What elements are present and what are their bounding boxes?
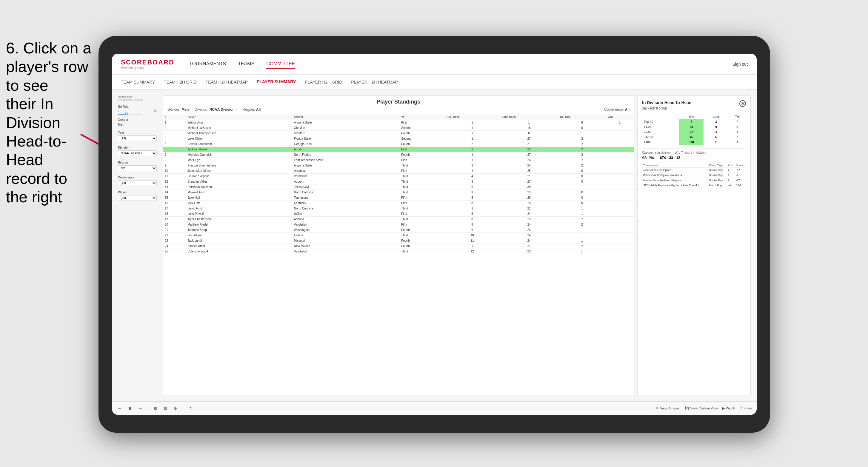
right-panel-player: Jackson Koivun [642,106,691,111]
watch-icon: ▶ [722,406,725,410]
table-header: Player Standings Gender: Men Division: N… [163,96,634,114]
nav-teams[interactable]: TEAMS [238,60,254,69]
tournament-table: TournamentEvent TypePosScore Amer Ari In… [642,163,746,188]
region-section: Region N/a [118,161,157,171]
logo-powered: Powered by clippi [121,66,174,69]
nav-committee[interactable]: COMMITTEE [266,60,295,69]
add-btn[interactable]: ⊕ [172,405,179,411]
view-icon: 👁 [655,406,659,410]
nav-items: TOURNAMENTS TEAMS COMMITTEE [189,60,733,69]
wl-record: 674 - 33 - 12 [660,156,680,160]
table-row[interactable]: 6 Jackson Koivun Auburn First 3 22 2 [163,147,634,152]
h2h-row: 11-25 20 9 5 [642,124,746,129]
region-select[interactable]: N/a [118,165,157,171]
opponents-section: Opponents in division: W-L-T record in-d… [642,148,746,160]
table-row[interactable]: 7 Nicholas Gabrelcik North Florida Fourt… [163,152,634,158]
table-row[interactable]: 11 Gordon Sargent Vanderbilt Third 4 21 … [163,174,634,179]
table-row[interactable]: 10 Jacob Max Olesen Arkansas Fifth 4 25 … [163,168,634,174]
save-icon: 💾 [685,406,689,410]
table-row[interactable]: 15 Jake Hall Tennessee Fifth 5 28 0 [163,195,634,200]
paste-btn[interactable]: ⊟ [162,405,169,411]
redo-btn[interactable]: ↪ [137,405,144,411]
player-select[interactable]: (All) [118,195,157,201]
h2h-loss-header: Loss [704,114,728,119]
table-title: Player Standings [167,99,629,105]
update-time: Update time: 27/03/2024 16:56:26 [118,95,157,101]
no-rds-slider[interactable] [118,114,157,115]
table-row[interactable]: 18 Luke Powell UCLA First 6 24 1 [163,211,634,217]
table-row[interactable]: 21 Taehoon Song Washington Fourth 6 23 1 [163,227,634,233]
view-original-btn[interactable]: 👁 View: Original [655,406,680,410]
table-row[interactable]: 14 Maxwell Ford North Carolina Third 3 2… [163,190,634,195]
tab-player-h2h-grid[interactable]: PLAYER H2H GRID [305,78,342,86]
col-win: Win [606,114,634,120]
division-section: Division NCAA Division I [118,146,157,156]
watch-btn[interactable]: ▶ Watch [722,406,735,410]
tournament-row: Amer Ari Intercollegiate Stroke Play 4 -… [642,168,746,173]
close-button[interactable]: ✕ [739,100,746,107]
conference-section: Conference (All) [118,176,157,186]
table-row[interactable]: 12 Brendan Valles Auburn Third 3 27 0 [163,179,634,184]
right-panel-title: In Division Head-to-Head [642,100,691,105]
table-row[interactable]: 4 Luke Claton Florida State Second 1 27 … [163,136,634,142]
undo-btn[interactable]: ↩ [116,405,123,411]
table-row[interactable]: 25 Cole Sherwood Vanderbilt Third 12 23 … [163,249,634,254]
table-row[interactable]: 8 Mats Ege East Tennessee State Fifth 1 … [163,158,634,163]
table-row[interactable]: 13 Phichakn Maichon Texas A&M Third 6 30… [163,184,634,190]
h2h-row: 51-100 46 6 3 [642,134,746,139]
player-section: Player (All) [118,191,157,201]
table-row[interactable]: 1 Wenyi Ding Arizona State First 1 1 8 1 [163,120,634,125]
table-row[interactable]: 24 Bastien Amat New Mexico Fourth 1 27 2 [163,244,634,249]
no-rds-section: No Rds. 6 12 [118,105,157,115]
tab-team-summary[interactable]: TEAM SUMMARY [121,78,155,86]
col-rank: # [163,114,186,120]
tab-player-summary[interactable]: PLAYER SUMMARY [257,78,296,86]
left-sidebar: Update time: 27/03/2024 16:56:26 No Rds.… [118,95,160,395]
col-no-rds: No. Rds. [558,114,606,120]
nav-right: Sign out [733,62,748,66]
year-select[interactable]: (All) [118,135,157,141]
col-yr: Yr [399,114,444,120]
sign-out-link[interactable]: Sign out [733,62,748,66]
h2h-row: >100 578 11 1 [642,139,746,145]
conference-select[interactable]: (All) [118,180,157,186]
save-custom-btn[interactable]: 💾 Save Custom View [685,406,718,410]
tab-team-h2h-heatmap[interactable]: TEAM H2H HEATMAP [206,78,248,86]
tournament-row: Mirabel Maui Jim Intercollegiate Stroke … [642,178,746,183]
refresh-btn[interactable]: ↻ [187,405,194,411]
top-nav: SCOREBOARD Powered by clippi TOURNAMENTS… [112,54,757,74]
h2h-row: Top 10 8 3 2 [642,119,746,125]
tournament-row: Fallon Oak Collegiate Invitational Strok… [642,173,746,178]
pause-btn[interactable]: ⏸ [126,405,134,411]
table-row[interactable]: 5 Christo Lamprecht Georgia Tech Fourth … [163,142,634,147]
table-row[interactable]: 3 Michael Thorbjornsen Stanford Fourth 1… [163,131,634,136]
table-row[interactable]: 19 Tiger Christensen Arizona Third 8 23 … [163,217,634,222]
table-row[interactable]: 23 Jack Lundin Missouri Fourth 11 24 1 [163,238,634,244]
division-select[interactable]: NCAA Division I [118,150,157,156]
gender-section: Gender Men [118,118,157,126]
tournament-row: SEC Match Play hosted by Jerry Pate Roun… [642,183,746,188]
table-row[interactable]: 20 Matthew Riedel Vanderbilt Fifth 8 24 … [163,222,634,227]
player-standings-table: # Player School Yr Reg. Rank Conf. Rank … [163,114,634,254]
nav-tournaments[interactable]: TOURNAMENTS [189,60,226,69]
percentage-value: 98.1% [642,155,654,160]
copy-btn[interactable]: ⊞ [152,405,159,411]
tab-team-h2h-grid[interactable]: TEAM H2H GRID [164,78,197,86]
h2h-win-header: Win [679,114,704,119]
table-row[interactable]: 17 David Ford North Carolina Third 1 21 … [163,206,634,211]
h2h-table: Win Loss Tie Top 10 8 3 2 11-25 20 9 5 2… [642,114,746,145]
table-scroll-area: # Player School Yr Reg. Rank Conf. Rank … [163,114,634,395]
sub-nav: TEAM SUMMARY TEAM H2H GRID TEAM H2H HEAT… [112,74,757,90]
table-row[interactable]: 2 Michael La Sasso Ole Miss Second 1 18 … [163,125,634,131]
table-row[interactable]: 16 Alex Goff Kentucky Fifth 8 19 0 [163,200,634,206]
table-row[interactable]: 22 Ian Gilligan Florida Third 10 24 1 [163,233,634,238]
instruction-text: 6. Click on a player's row to see their … [0,39,93,207]
h2h-row: 26-50 22 4 1 [642,129,746,134]
tab-player-h2h-heatmap[interactable]: PLAYER H2H HEATMAP [351,78,398,86]
table-row[interactable]: 9 Preston Summerhays Arizona State Third… [163,163,634,168]
share-icon: ↗ [740,406,742,410]
right-panel: In Division Head-to-Head Jackson Koivun … [637,95,751,395]
share-btn[interactable]: ↗ Share [740,406,752,410]
logo-area: SCOREBOARD Powered by clippi [121,59,174,69]
center-area: Player Standings Gender: Men Division: N… [163,95,634,395]
